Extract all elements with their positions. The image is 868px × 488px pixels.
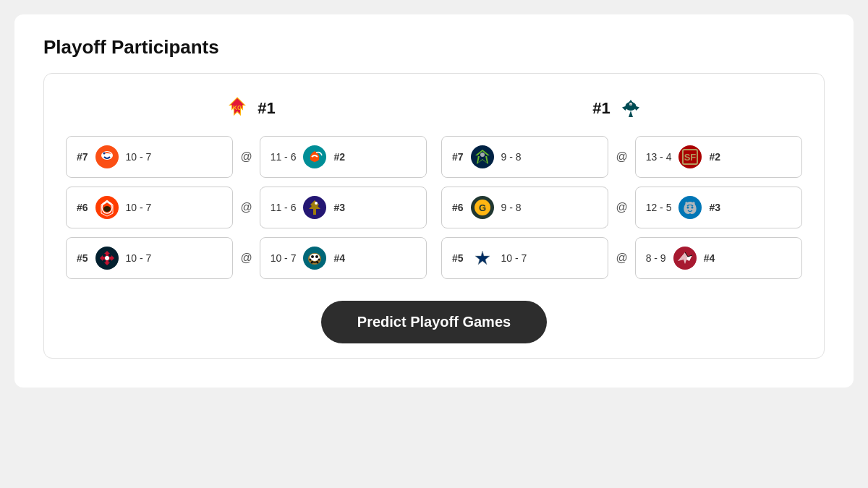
conferences-container: #7 10 - 7 [66,136,802,279]
jaguars-logo [302,245,328,271]
page-container: Playoff Participants KC #1 [0,0,868,488]
49ers-logo: SF [677,144,703,170]
svg-point-14 [103,206,111,212]
lions-box: 12 - 5 [635,187,802,228]
falcons-logo [672,245,698,271]
svg-point-37 [687,207,689,209]
page-title: Playoff Participants [43,36,825,59]
cowboys-seed: #5 [452,252,464,264]
inner-card: KC #1 #1 [43,73,825,359]
browns-box: #6 10 - 7 [66,187,233,228]
jaguars-seed: #4 [333,252,345,264]
svg-point-38 [692,207,694,209]
svg-point-18 [105,256,109,260]
packers-box: #6 G 9 - 8 [441,187,608,228]
texans-box: #5 10 - 7 [66,237,233,279]
chiefs-logo: KC [224,95,250,121]
svg-text:KC: KC [233,105,242,111]
at-3-afc: @ [239,252,253,265]
seahawks-logo [469,144,495,170]
browns-record: 10 - 7 [126,202,152,213]
at-2-afc: @ [239,201,253,214]
broncos-record: 10 - 7 [126,151,152,163]
at-2-nfc: @ [614,201,629,214]
texans-logo [94,245,120,271]
nfc-matchup-3: #5 10 - 7 @ 8 - 9 [441,237,802,279]
svg-point-25 [318,259,320,261]
svg-marker-6 [629,111,633,117]
49ers-seed: #2 [709,151,720,163]
broncos-seed: #7 [77,151,88,163]
at-3-nfc: @ [614,252,629,265]
cowboys-record: 10 - 7 [501,252,527,264]
afc-matchup-2: #6 10 - 7 [66,187,427,228]
texans-record: 10 - 7 [126,252,152,264]
dolphins-seed: #2 [333,151,345,163]
afc-matchup-3: #5 10 - 7 @ 1 [66,237,427,279]
nfc-seed1-block: #1 [592,95,643,121]
seahawks-seed: #7 [452,151,464,163]
ravens-record: 11 - 6 [271,202,297,213]
cowboys-logo [469,245,495,271]
svg-point-7 [629,103,632,106]
nfc-seed1-label: #1 [592,99,610,118]
svg-point-10 [103,153,105,155]
nfc-matchup-2: #6 G 9 - 8 @ 1 [441,187,802,228]
predict-playoff-games-button[interactable]: Predict Playoff Games [321,301,547,343]
dolphins-box: 11 - 6 #2 [260,136,427,178]
seahawks-box: #7 9 - 8 [441,136,608,178]
main-card: Playoff Participants KC #1 [14,14,854,388]
svg-point-26 [311,262,313,264]
jaguars-box: 10 - 7 [260,237,427,279]
ravens-box: 11 - 6 #3 [260,187,427,228]
svg-point-29 [480,153,485,157]
nfc-matchup-1: #7 9 - 8 @ [441,136,802,178]
svg-point-24 [310,259,312,261]
lions-logo [677,194,703,221]
falcons-seed: #4 [704,252,715,264]
broncos-logo [94,144,120,170]
lions-seed: #3 [709,202,720,213]
falcons-record: 8 - 9 [646,252,666,264]
packers-record: 9 - 8 [501,202,522,213]
browns-seed: #6 [77,202,88,213]
packers-seed: #6 [452,202,464,213]
eagles-logo [618,95,644,121]
dolphins-logo [302,144,328,170]
svg-point-27 [317,262,319,264]
at-1-nfc: @ [614,150,629,163]
predict-button-wrapper: Predict Playoff Games [66,301,802,343]
top-seeds-row: KC #1 #1 [66,95,802,121]
texans-seed: #5 [77,252,88,264]
afc-matchup-1: #7 10 - 7 [66,136,427,178]
packers-logo: G [469,194,495,221]
cowboys-box: #5 10 - 7 [441,237,608,279]
ravens-logo [302,194,328,221]
svg-point-16 [315,202,318,205]
dolphins-record: 11 - 6 [271,151,297,163]
49ers-record: 13 - 4 [646,151,672,163]
seahawks-record: 9 - 8 [501,151,522,163]
afc-conference: #7 10 - 7 [66,136,427,279]
49ers-box: 13 - 4 SF #2 [635,136,802,178]
afc-seed1-label: #1 [258,99,275,118]
ravens-seed: #3 [333,202,345,213]
svg-text:SF: SF [684,152,697,163]
svg-text:G: G [479,202,486,213]
browns-logo [94,194,120,221]
jaguars-record: 10 - 7 [271,252,297,264]
afc-seed1-block: KC #1 [224,95,275,121]
at-1-afc: @ [239,150,253,163]
nfc-conference: #7 9 - 8 @ [441,136,802,279]
lions-record: 12 - 5 [646,202,672,213]
falcons-box: 8 - 9 #4 [635,237,802,279]
broncos-box: #7 10 - 7 [66,136,233,178]
svg-point-23 [315,255,318,258]
svg-point-22 [311,255,314,258]
